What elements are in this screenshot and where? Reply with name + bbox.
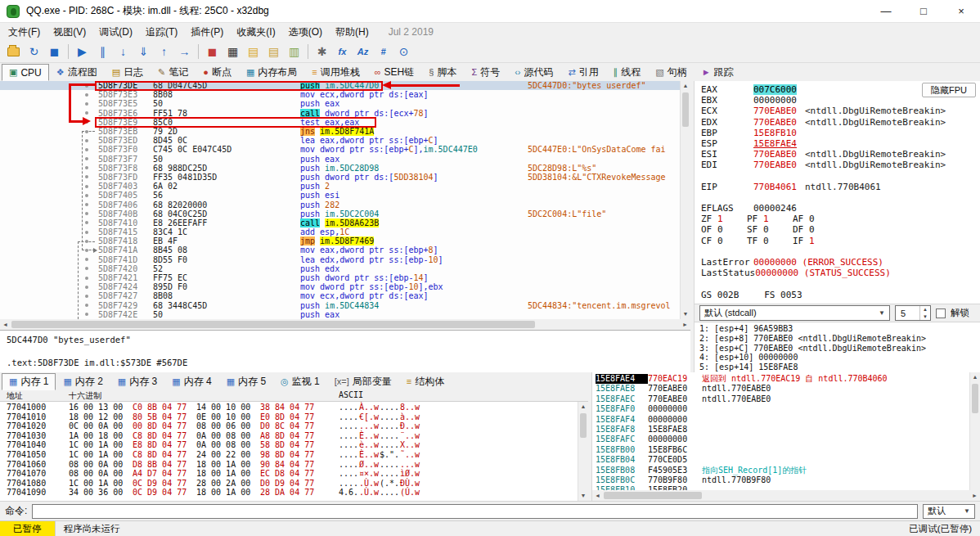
breakpoint-dot-icon[interactable] bbox=[85, 120, 88, 124]
argument-row[interactable]: 4: [esp+10] 00000000 bbox=[699, 353, 980, 363]
breakpoint-dot-icon[interactable] bbox=[85, 258, 88, 261]
menu-item[interactable]: 选项(O) bbox=[282, 24, 329, 41]
register-row[interactable]: ECX770EABE0<ntdll.DbgUiRemoteBreakin> bbox=[701, 106, 980, 116]
tab-threads[interactable]: ∥线程 bbox=[606, 64, 649, 81]
breakpoint-dot-icon[interactable] bbox=[85, 286, 88, 289]
close-debuggee-button[interactable]: ◼ bbox=[44, 43, 65, 61]
stack-row[interactable]: 15E8FB04770CE0D5 bbox=[596, 455, 969, 465]
disasm-row[interactable]: 5D8F73E6FF51 78call dword ptr ds:[ecx+78… bbox=[0, 109, 690, 118]
memory-row[interactable]: 7704101018 00 12 0080 5B 04 770E 00 10 0… bbox=[7, 412, 588, 422]
stack-row[interactable]: 15E8FAE4770EAC19返回到 ntdll.770EAC19 自 ntd… bbox=[596, 374, 969, 384]
disasm-row[interactable]: 5D8F7410E8 26EEFAFFcall im.5D8A623B bbox=[0, 218, 690, 227]
scrollbar-thumb[interactable] bbox=[972, 384, 978, 413]
spacer[interactable] bbox=[701, 278, 980, 289]
scrollbar-thumb[interactable] bbox=[682, 92, 689, 127]
breakpoint-dot-icon[interactable] bbox=[85, 267, 88, 270]
scroll-up-icon[interactable]: ▲ bbox=[970, 372, 980, 382]
memory-row[interactable]: 770410401C 00 1A 00E8 8D 04 770A 00 08 0… bbox=[7, 440, 588, 450]
breakpoint-dot-icon[interactable] bbox=[85, 102, 88, 106]
scroll-up-icon[interactable]: ▲ bbox=[681, 81, 690, 91]
dump-tab-struct[interactable]: ≡结构体 bbox=[399, 373, 452, 390]
run-to-user-code-button[interactable]: → bbox=[174, 43, 195, 61]
memory-row[interactable]: 770410301A 00 18 00C8 8D 04 770A 00 08 0… bbox=[7, 431, 588, 441]
register-row[interactable]: ZF 1PF 1AF 0 bbox=[701, 214, 980, 224]
memory-row[interactable]: 770410801C 00 1A 000C D9 04 7728 00 2A 0… bbox=[7, 479, 588, 489]
dump-tab-watch-1[interactable]: ◎监视 1 bbox=[273, 373, 327, 390]
step-into-button[interactable]: ↓ bbox=[113, 43, 133, 61]
stack-row[interactable]: 15E8FAEC770EABE0ntdll.770EABE0 bbox=[596, 394, 969, 404]
disassembly-view[interactable]: 5D8F73DE68 D047C45Dpush im.5DC447D05DC44… bbox=[0, 81, 690, 319]
breakpoint-dot-icon[interactable] bbox=[85, 249, 88, 252]
register-row[interactable]: EBP15E8FB10 bbox=[701, 128, 980, 138]
disasm-row[interactable]: 5D8F740556push esi bbox=[0, 191, 690, 200]
stack-vertical-scrollbar[interactable]: ▲ bbox=[969, 372, 980, 490]
memory-vertical-scrollbar[interactable]: ▲ ▼ bbox=[578, 402, 588, 501]
spin-up-icon[interactable]: ▲ bbox=[920, 306, 930, 313]
disasm-row[interactable]: 5D8F73F750push eax bbox=[0, 155, 690, 164]
disasm-row[interactable]: 5D8F741A8B45 08mov eax,dword ptr ss:[ebp… bbox=[0, 245, 690, 254]
open-file-button[interactable] bbox=[3, 43, 24, 61]
breakpoint-dot-icon[interactable] bbox=[85, 139, 88, 142]
stack-row[interactable]: 15E8FB0015E8FB6C bbox=[596, 445, 969, 455]
assemble-button[interactable]: Az bbox=[353, 43, 373, 61]
scroll-right-icon[interactable]: ► bbox=[680, 319, 690, 330]
spin-down-icon[interactable]: ▼ bbox=[920, 313, 930, 321]
scroll-down-icon[interactable]: ▼ bbox=[578, 491, 588, 501]
register-row[interactable]: ESP15E8FAE4 bbox=[701, 138, 980, 149]
menu-item[interactable]: 帮助(H) bbox=[329, 24, 375, 41]
tab-trace[interactable]: ►跟踪 bbox=[695, 64, 741, 81]
stack-row[interactable]: 15E8FB08F45905E3指向SEH_Record[1]的指针 bbox=[596, 466, 969, 475]
breakpoint-dot-icon[interactable] bbox=[85, 93, 88, 97]
disasm-row[interactable]: 5D8F74036A 02push 2 bbox=[0, 182, 690, 191]
memory-row[interactable]: 7704100016 00 13 00C0 8B 04 7714 00 10 0… bbox=[7, 403, 588, 412]
register-row[interactable]: EIP770B4061ntdll.770B4061 bbox=[701, 182, 980, 192]
register-row[interactable]: ESI770EABE0<ntdll.DbgUiRemoteBreakin> bbox=[701, 149, 980, 160]
spacer[interactable] bbox=[701, 171, 980, 182]
disasm-row[interactable]: 5D8F73EB79 2Djns im.5D8F741A bbox=[0, 127, 690, 136]
breakpoints-button[interactable]: ◼ bbox=[202, 43, 223, 61]
stack-horizontal-scrollbar[interactable]: ◄ ► bbox=[592, 490, 980, 501]
maximize-button[interactable]: □ bbox=[905, 0, 942, 23]
tab-symbols[interactable]: Σ符号 bbox=[464, 64, 507, 81]
unlock-checkbox[interactable] bbox=[936, 309, 946, 318]
disasm-row[interactable]: 5D8F7424895D F0mov dword ptr ss:[ebp-10]… bbox=[0, 282, 690, 291]
breakpoint-dot-icon[interactable] bbox=[85, 130, 88, 133]
calculator-fx-button[interactable]: fx bbox=[332, 43, 353, 61]
search-button[interactable]: ⊙ bbox=[393, 43, 414, 61]
tab-log[interactable]: ▤日志 bbox=[105, 64, 151, 81]
tab-cpu[interactable]: ▣CPU bbox=[2, 64, 49, 81]
register-row[interactable]: OF 0SF 0DF 0 bbox=[701, 224, 980, 235]
command-input[interactable] bbox=[32, 504, 918, 519]
restart-button[interactable]: ↻ bbox=[24, 43, 44, 61]
disasm-row[interactable]: 5D8F742968 3448C45Dpush im.5DC448345DC44… bbox=[0, 301, 690, 310]
memory-row[interactable]: 7704107008 00 0A 00A4 D7 04 7718 00 1A 0… bbox=[7, 469, 588, 479]
dump-tab-memory-3[interactable]: ▦内存 3 bbox=[110, 373, 164, 390]
scrollbar-thumb[interactable] bbox=[580, 413, 587, 438]
register-row[interactable]: LastStatus00000000 (STATUS_SUCCESS) bbox=[701, 268, 980, 278]
disasm-row[interactable]: 5D8F740B68 04C0C25Dpush im.5DC2C0045DC2C… bbox=[0, 209, 690, 218]
disasm-row[interactable]: 5D8F742E50push eax bbox=[0, 310, 690, 319]
stack-row[interactable]: 15E8FB0C770B9F80ntdll.770B9F80 bbox=[596, 475, 969, 485]
scroll-left-icon[interactable]: ◄ bbox=[0, 319, 11, 330]
command-profile-select[interactable]: 默认 ▼ bbox=[923, 504, 975, 519]
disasm-row[interactable]: 5D8F7421FF75 ECpush dword ptr ss:[ebp-14… bbox=[0, 273, 690, 282]
run-button[interactable]: ▶ bbox=[72, 43, 92, 61]
breakpoint-dot-icon[interactable] bbox=[85, 194, 88, 197]
arguments-view[interactable]: 1: [esp+4] 96A59BB32: [esp+8] 770EABE0 <… bbox=[695, 322, 980, 372]
stack-row[interactable]: 15E8FAFC00000000 bbox=[596, 435, 969, 444]
breakpoint-dot-icon[interactable] bbox=[85, 231, 88, 234]
pause-button[interactable]: ∥ bbox=[92, 43, 113, 61]
registers-view[interactable]: EAX007C6000EBX00000000ECX770EABE0<ntdll.… bbox=[695, 81, 980, 304]
breakpoint-dot-icon[interactable] bbox=[85, 221, 88, 224]
breakpoint-dot-icon[interactable] bbox=[85, 185, 88, 188]
stack-row[interactable]: 15E8FAF000000000 bbox=[596, 404, 969, 414]
stack-row[interactable]: 15E8FAE8770EABE0ntdll.770EABE0 bbox=[596, 384, 969, 394]
calling-convention-select[interactable]: 默认 (stdcall) ▼ bbox=[699, 305, 890, 321]
memory-dump-view[interactable]: 7704100016 00 13 00C0 8B 04 7714 00 10 0… bbox=[0, 402, 588, 501]
scroll-up-icon[interactable]: ▲ bbox=[578, 402, 588, 412]
dump-tab-memory-4[interactable]: ▦内存 4 bbox=[164, 373, 218, 390]
dump-tab-memory-1[interactable]: ▦内存 1 bbox=[2, 373, 56, 390]
argument-row[interactable]: 2: [esp+8] 770EABE0 <ntdll.DbgUiRemoteBr… bbox=[699, 334, 980, 344]
goto-button[interactable]: # bbox=[373, 43, 393, 61]
breakpoint-dot-icon[interactable] bbox=[85, 295, 88, 298]
